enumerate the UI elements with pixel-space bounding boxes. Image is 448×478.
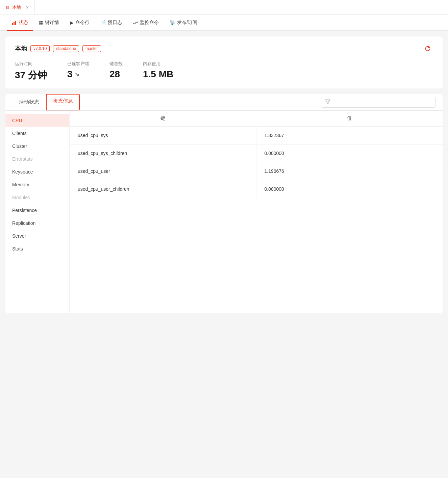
tab-close-icon[interactable]: ✕ — [26, 5, 29, 10]
nav-row: 状态 ▦ 键详情 ▶ 命令行 📄 慢日志 监控命令 📡 发布/订阅 — [0, 15, 448, 31]
table-row: used_cpu_user_children0.000000 — [70, 180, 443, 198]
nav-item-key-detail[interactable]: ▦ 键详情 — [34, 15, 64, 31]
slow-log-icon: 📄 — [100, 20, 106, 25]
svg-rect-0 — [12, 23, 13, 25]
nav-monitor-label: 监控命令 — [140, 20, 159, 26]
stat-keys-value: 28 — [109, 69, 123, 80]
stats-row: 运行时间 37 分钟 已连客户端 3 ↘ 键总数 28 内存使用 1.5 MB — [15, 61, 433, 82]
stat-uptime-label: 运行时间 — [15, 61, 47, 67]
top-tab-bar: 🖥 本地 ✕ — [0, 0, 448, 15]
sidebar-item-keyspace[interactable]: Keyspace — [5, 165, 69, 178]
table-cell-value: 0.000000 — [256, 180, 443, 198]
nav-item-slow-log[interactable]: 📄 慢日志 — [96, 15, 127, 31]
nav-cli-label: 命令行 — [75, 20, 90, 26]
sidebar-item-cluster[interactable]: Cluster — [5, 140, 69, 153]
server-name: 本地 — [15, 45, 27, 53]
filter-icon-wrap — [321, 97, 436, 108]
col-header-key: 键 — [70, 111, 256, 127]
table-row: used_cpu_sys1.332367 — [70, 127, 443, 144]
body-area: CPUClientsClusterErrorstatsKeyspaceMemor… — [5, 111, 443, 313]
table-cell-key: used_cpu_sys — [70, 127, 256, 144]
pubsub-icon: 📡 — [170, 20, 175, 25]
stat-clients-value: 3 ↘ — [67, 69, 89, 80]
info-card-title: 本地 v7.0.10 standalone master — [15, 45, 101, 53]
content-tabs: 活动状态 状态信息 — [5, 94, 443, 111]
top-tab-local[interactable]: 🖥 本地 ✕ — [0, 0, 35, 15]
sidebar-item-stats[interactable]: Stats — [5, 242, 69, 255]
stat-uptime-value: 37 分钟 — [15, 69, 47, 82]
nav-item-monitor[interactable]: 监控命令 — [128, 15, 164, 31]
key-detail-icon: ▦ — [39, 20, 43, 25]
filter-input-wrap — [321, 97, 436, 108]
stat-clients: 已连客户端 3 ↘ — [67, 61, 89, 82]
stat-clients-label: 已连客户端 — [67, 61, 89, 67]
refresh-button[interactable] — [422, 43, 433, 54]
sidebar-item-clients[interactable]: Clients — [5, 127, 69, 140]
table-cell-key: used_cpu_user — [70, 162, 256, 180]
sidebar-item-modules: Modules — [5, 191, 69, 204]
active-tab-underline — [57, 106, 69, 106]
stat-memory: 内存使用 1.5 MB — [143, 61, 173, 82]
data-table: 键 值 used_cpu_sys1.332367used_cpu_sys_chi… — [70, 111, 443, 198]
table-cell-value: 0.000000 — [256, 144, 443, 162]
stat-memory-label: 内存使用 — [143, 61, 173, 67]
table-row: used_cpu_sys_children0.000000 — [70, 144, 443, 162]
filter-input[interactable] — [321, 97, 436, 108]
nav-item-cli[interactable]: ▶ 命令行 — [65, 15, 94, 31]
sidebar-item-memory[interactable]: Memory — [5, 178, 69, 191]
table-area: 键 值 used_cpu_sys1.332367used_cpu_sys_chi… — [70, 111, 443, 313]
sidebar-item-cpu[interactable]: CPU — [5, 114, 69, 127]
table-cell-value: 1.332367 — [256, 127, 443, 144]
table-cell-key: used_cpu_user_children — [70, 180, 256, 198]
table-row: used_cpu_user1.196676 — [70, 162, 443, 180]
col-header-value: 值 — [256, 111, 443, 127]
server-icon: 🖥 — [5, 5, 10, 10]
nav-item-pubsub[interactable]: 📡 发布/订阅 — [165, 15, 202, 31]
tab-activity[interactable]: 活动状态 — [12, 94, 46, 111]
trend-icon: ↘ — [75, 71, 79, 78]
role-badge: master — [82, 45, 101, 52]
nav-slow-log-label: 慢日志 — [108, 20, 122, 26]
mode-badge: standalone — [53, 45, 79, 52]
monitor-icon — [133, 20, 138, 25]
info-card: 本地 v7.0.10 standalone master 运行时间 37 分钟 … — [5, 36, 443, 88]
svg-rect-1 — [14, 22, 15, 25]
sidebar: CPUClientsClusterErrorstatsKeyspaceMemor… — [5, 111, 70, 313]
stat-keys: 键总数 28 — [109, 61, 123, 82]
table-cell-value: 1.196676 — [256, 162, 443, 180]
tab-info[interactable]: 状态信息 — [46, 94, 80, 110]
stat-memory-value: 1.5 MB — [143, 69, 173, 80]
table-cell-key: used_cpu_sys_children — [70, 144, 256, 162]
sidebar-item-server[interactable]: Server — [5, 230, 69, 242]
svg-rect-2 — [15, 21, 16, 25]
info-card-header: 本地 v7.0.10 standalone master — [15, 43, 433, 54]
nav-pubsub-label: 发布/订阅 — [177, 20, 197, 26]
top-tab-local-label: 本地 — [12, 4, 21, 10]
nav-item-status[interactable]: 状态 — [7, 15, 33, 31]
stat-uptime: 运行时间 37 分钟 — [15, 61, 47, 82]
sidebar-item-errorstats: Errorstats — [5, 153, 69, 165]
nav-key-detail-label: 键详情 — [45, 20, 59, 26]
cli-icon: ▶ — [70, 20, 74, 25]
status-nav-icon — [11, 20, 17, 25]
sidebar-item-replication[interactable]: Replication — [5, 217, 69, 230]
main-content: 活动状态 状态信息 CPUClientsClusterErrorstatsKey… — [5, 94, 443, 313]
version-badge: v7.0.10 — [30, 45, 50, 52]
nav-status-label: 状态 — [19, 20, 28, 26]
sidebar-item-persistence[interactable]: Persistence — [5, 204, 69, 217]
stat-keys-label: 键总数 — [109, 61, 123, 67]
